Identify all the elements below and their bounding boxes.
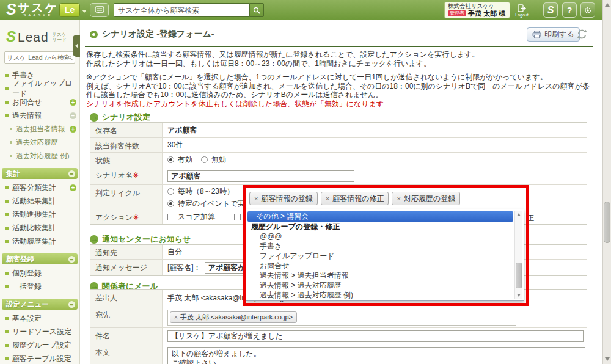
dropdown-scrollbar[interactable]: [514, 211, 522, 299]
selected-event-label: 対応履歴の登録: [404, 194, 455, 204]
sidebar-search-input[interactable]: [7, 54, 68, 61]
sidebar-item-customer-table-settings[interactable]: 顧客テーブル設定: [0, 352, 79, 364]
title-ring-icon: [90, 31, 98, 38]
chat-button[interactable]: [90, 3, 109, 17]
page-scrollbar[interactable]: [602, 0, 611, 364]
option-item[interactable]: お問合せ: [247, 261, 513, 271]
option-item[interactable]: @@@: [247, 231, 513, 241]
sidebar-item-individual-registration[interactable]: 個別登録: [0, 266, 79, 280]
sidebar-item-label: お問合せ: [12, 97, 42, 107]
remove-tag-icon[interactable]: ×: [254, 195, 258, 202]
option-item[interactable]: 過去情報 > 過去対応履歴: [247, 280, 513, 290]
user-account-box[interactable]: 株式会社サスケケ 管理者 手茂 太郎 様: [444, 2, 510, 18]
status-enabled-radio[interactable]: [167, 156, 174, 163]
status-disabled-label: 無効: [211, 155, 226, 165]
dropdown-scrollbar-thumb[interactable]: [516, 263, 522, 288]
bullet-icon: [5, 330, 9, 333]
lead-brand-sub2: リード: [52, 37, 67, 43]
scroll-up-icon[interactable]: [517, 213, 521, 216]
sidebar-section-aggregation[interactable]: 集計−: [2, 168, 78, 179]
help-button[interactable]: ?: [562, 2, 577, 18]
sidebar-item-basic-settings[interactable]: 基本設定: [0, 311, 79, 325]
bullet-icon: [5, 317, 9, 320]
print-button[interactable]: 印刷する: [527, 27, 580, 42]
settings-gear-button[interactable]: [580, 2, 595, 18]
sidebar-item-activity-results[interactable]: 活動結果集計: [0, 194, 79, 208]
sidebar-item-past-response-history[interactable]: 過去対応履歴: [0, 136, 79, 149]
sidebar-item-past-response-history-example[interactable]: 過去対応履歴 例): [0, 149, 79, 162]
collapse-minus-icon[interactable]: −: [68, 301, 75, 308]
printer-icon: [532, 31, 541, 38]
sidebar-section-customer-registration[interactable]: 顧客登録−: [2, 253, 78, 264]
global-search-input[interactable]: [114, 3, 249, 17]
le-product-badge[interactable]: Le: [59, 3, 80, 17]
selected-event-tag[interactable]: ×対応履歴の登録: [392, 192, 460, 205]
action-score-checkbox[interactable]: [167, 214, 174, 220]
user-name: 手茂 太郎 様: [468, 10, 505, 17]
mail-recipient-tag[interactable]: × 手茂 太郎 <akasaka@interpark.co.jp>: [170, 311, 297, 323]
selected-event-tag[interactable]: ×顧客情報の修正: [321, 192, 389, 205]
section-title: 設定メニュー: [6, 300, 49, 309]
sidebar-item-label: 顧客分類集計: [12, 183, 56, 193]
option-item[interactable]: 手書き: [247, 241, 513, 251]
mail-body-textarea[interactable]: 以下の顧客が増えました。 ご確認下さい。: [167, 347, 585, 364]
selected-event-tag[interactable]: ×顧客情報の登録: [249, 192, 318, 205]
collapse-minus-icon[interactable]: −: [70, 112, 76, 119]
refresh-button[interactable]: [577, 29, 587, 40]
sidebar-item-past-info[interactable]: 過去情報−: [0, 109, 79, 122]
collapse-minus-icon[interactable]: −: [68, 170, 75, 177]
global-search-button[interactable]: [249, 3, 264, 17]
sidebar-item-activity-progress[interactable]: 活動進捗集計: [0, 208, 79, 221]
sidebar-item-file-upload[interactable]: ファイルアップロード: [0, 82, 79, 95]
cycle-event-radio[interactable]: [167, 200, 174, 207]
cycle-hourly-radio[interactable]: [167, 188, 174, 195]
mail-to-field[interactable]: × 手茂 太郎 <akasaka@interpark.co.jp>: [167, 310, 516, 326]
sidebar-item-activity-comparison[interactable]: 活動比較集計: [0, 221, 79, 235]
option-item[interactable]: 過去情報 > 過去対応履歴 例): [247, 290, 513, 300]
le-dropdown-caret-icon[interactable]: [82, 10, 87, 13]
page-scrollbar-thumb[interactable]: [604, 202, 610, 243]
collapse-minus-icon[interactable]: −: [68, 256, 75, 263]
sidebar-section-settings-menu[interactable]: 設定メニュー−: [2, 299, 78, 310]
selected-events-field[interactable]: ×顧客情報の登録 ×顧客情報の修正 ×対応履歴の登録: [246, 187, 524, 209]
remove-tag-icon[interactable]: ×: [326, 195, 329, 202]
action-checkbox-2[interactable]: [234, 214, 241, 220]
sidebar-item-bulk-registration[interactable]: 一括登録: [0, 280, 79, 293]
sasuke-home-button[interactable]: S: [543, 2, 558, 18]
sidebar-item-past-staff-info[interactable]: 過去担当者情報+: [0, 122, 79, 136]
remove-tag-icon[interactable]: ×: [174, 314, 178, 321]
scenario-name-input[interactable]: [167, 170, 354, 182]
logout-button[interactable]: Logout: [512, 2, 532, 18]
option-highlighted[interactable]: その他 > 講習会: [247, 211, 513, 222]
sidebar-item-lead-source-settings[interactable]: リードソース設定: [0, 325, 79, 338]
expand-plus-icon[interactable]: +: [70, 99, 76, 106]
notify-message-prefix: [顧客名]：: [167, 263, 201, 273]
lead-logo[interactable]: S Lead サスケ リード: [6, 29, 79, 45]
scroll-up-icon[interactable]: [605, 3, 610, 7]
sidebar-item-history-group-settings[interactable]: 履歴グループ設定: [0, 338, 79, 352]
bullet-icon: [10, 141, 12, 144]
row-label: シナリオ名※: [90, 167, 163, 184]
status-disabled-radio[interactable]: [201, 156, 208, 163]
sidebar-collapse-handle[interactable]: [73, 35, 80, 57]
expand-plus-icon[interactable]: +: [70, 184, 76, 191]
option-item[interactable]: 過去情報 > 過去担当者情報: [247, 271, 513, 280]
logout-label: Logout: [515, 13, 528, 17]
sidebar-item-activity-history[interactable]: 活動履歴集計: [0, 235, 79, 248]
sasuke-logo[interactable]: S サスケ SAASKE: [6, 1, 59, 18]
collapse-arrow-icon: [75, 43, 78, 48]
scroll-down-icon[interactable]: [605, 357, 610, 361]
sidebar-item-customer-classification[interactable]: 顧客分類集計+: [0, 181, 79, 194]
scroll-down-icon[interactable]: [517, 294, 521, 297]
page-title-text: シナリオ設定 -登録フォーム-: [102, 29, 214, 40]
remove-tag-icon[interactable]: ×: [397, 195, 400, 202]
row-label: アクション※: [90, 209, 163, 224]
bullet-icon: [5, 114, 9, 117]
option-item[interactable]: ファイルアップロード: [247, 251, 513, 261]
action-label-fragment: 正: [527, 213, 534, 224]
expand-plus-icon[interactable]: +: [70, 126, 76, 133]
table-row-mail-to: 宛先 × 手茂 太郎 <akasaka@interpark.co.jp>: [90, 307, 587, 327]
sidebar-item-label: 一括登録: [12, 282, 42, 292]
mail-subject-input[interactable]: [167, 330, 584, 342]
sidebar-item-label: 過去対応履歴 例): [16, 151, 70, 161]
